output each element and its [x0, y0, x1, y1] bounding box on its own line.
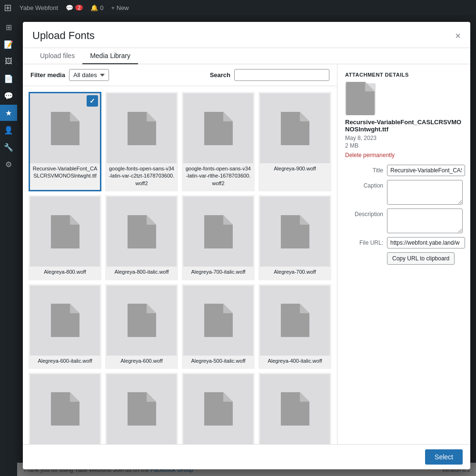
svg-marker-15: [300, 215, 309, 225]
attachment-fields: Title Caption Description File URL:: [345, 165, 463, 265]
attachment-preview: [345, 83, 376, 114]
description-label: Description: [345, 208, 383, 218]
list-item[interactable]: Alegreya-600-italic.woff: [29, 284, 101, 369]
svg-marker-40: [346, 82, 375, 115]
media-thumbnail: [260, 374, 330, 444]
svg-marker-11: [147, 215, 156, 225]
file-icon: [51, 304, 79, 337]
media-item-label: Alegreya-700-italic.woff: [189, 267, 247, 278]
list-item[interactable]: Alegreya-SemiBoldItalic.ttf: [182, 373, 255, 444]
list-item[interactable]: Alegreya-600.woff: [105, 284, 178, 369]
media-thumbnail: [107, 286, 177, 356]
svg-marker-5: [223, 112, 233, 121]
svg-marker-25: [70, 392, 79, 402]
list-item[interactable]: Alegreya-900.woff: [258, 92, 331, 191]
list-item[interactable]: Alegreya-700-italic.woff: [182, 195, 255, 280]
filter-section: Filter media All dates: [30, 69, 109, 81]
file-url-label: File URL:: [345, 237, 383, 246]
file-url-field-row: File URL:: [345, 237, 463, 248]
description-textarea[interactable]: [387, 208, 463, 233]
media-thumbnail: [183, 93, 253, 163]
list-item[interactable]: Alegreya-400-italic.woff: [258, 284, 331, 369]
file-icon: [128, 392, 156, 426]
media-item-label: Alegreya-600-italic.woff: [36, 356, 94, 367]
svg-marker-8: [51, 215, 79, 248]
new-content-button[interactable]: + New: [111, 4, 129, 11]
svg-marker-14: [281, 215, 309, 248]
list-item[interactable]: Alegreya-700.woff: [258, 195, 331, 280]
svg-marker-26: [128, 392, 156, 426]
close-button[interactable]: ×: [455, 31, 461, 40]
caption-textarea[interactable]: [387, 180, 463, 205]
list-item[interactable]: google-fonts-open-sans-v34-latin-var-rlt…: [182, 92, 255, 191]
file-icon: [281, 392, 309, 426]
tab-upload-files[interactable]: Upload files: [32, 48, 82, 64]
file-icon: [281, 215, 309, 248]
sidebar-icon-posts[interactable]: 📝: [0, 36, 17, 52]
media-thumbnail: [30, 286, 100, 356]
media-grid: ✓ Recursive-VariableFont_CASLCRSVMONOSln…: [23, 86, 337, 444]
file-icon: [51, 112, 79, 145]
list-item[interactable]: Alegreya-500-italic.woff: [182, 284, 255, 369]
list-item[interactable]: ✓ Recursive-VariableFont_CASLCRSVMONOSln…: [29, 92, 101, 191]
attachment-details-title: ATTACHMENT DETAILS: [345, 72, 463, 78]
sidebar-icon-comments[interactable]: 💬: [0, 88, 17, 104]
site-name[interactable]: Yabe Webfont: [20, 4, 58, 11]
media-thumbnail: [107, 374, 177, 444]
sidebar-icon-plugins[interactable]: ★: [0, 105, 17, 121]
svg-marker-4: [204, 112, 233, 145]
svg-marker-12: [204, 215, 233, 248]
media-thumbnail: [260, 197, 330, 267]
sidebar-icon-media[interactable]: 🖼: [0, 53, 17, 69]
title-field-row: Title: [345, 165, 463, 176]
attachment-date: May 8, 2023: [345, 135, 463, 141]
notifications-count[interactable]: 🔔 0: [90, 4, 103, 11]
delete-permanently-link[interactable]: Delete permanently: [345, 152, 395, 159]
media-item-label: google-fonts-open-sans-v34-latin-var-c2t…: [107, 163, 177, 190]
media-item-label: Alegreya-900.woff: [272, 163, 317, 175]
wp-logo-icon[interactable]: ⊞: [4, 2, 12, 13]
attachment-details-panel: ATTACHMENT DETAILS Recursive-VariableFon…: [337, 64, 470, 444]
sidebar-icon-pages[interactable]: 📄: [0, 70, 17, 87]
list-item[interactable]: Alegreya-800.woff: [29, 195, 101, 280]
sidebar-icon-users[interactable]: 👤: [0, 122, 17, 138]
list-item[interactable]: Alegreya-500.woff: [29, 373, 101, 444]
media-thumbnail: [107, 197, 177, 267]
svg-marker-1: [70, 112, 79, 121]
svg-marker-3: [147, 112, 156, 121]
attachment-filename: Recursive-VariableFont_CASLCRSVMONOSlntw…: [345, 119, 463, 133]
title-input[interactable]: [387, 165, 465, 176]
tab-media-library[interactable]: Media Library: [82, 48, 138, 64]
sidebar-icon-tools[interactable]: 🔧: [0, 139, 17, 155]
file-url-input[interactable]: [387, 237, 465, 248]
comments-count[interactable]: 💬 2: [66, 4, 83, 11]
caption-label: Caption: [345, 180, 383, 189]
sidebar-icon-settings[interactable]: ⚙: [0, 156, 17, 172]
admin-sidebar: ⊞ 📝 🖼 📄 💬 ★ 👤 🔧 ⚙: [0, 15, 17, 476]
file-icon: [51, 392, 79, 426]
selected-check-icon: ✓: [87, 95, 98, 107]
copy-url-button[interactable]: Copy URL to clipboard: [387, 252, 455, 265]
svg-marker-21: [223, 304, 233, 313]
sidebar-icon-dashboard[interactable]: ⊞: [0, 19, 17, 35]
svg-marker-23: [300, 304, 309, 313]
svg-marker-7: [300, 112, 309, 121]
list-item[interactable]: Alegreya-400.woff: [105, 373, 178, 444]
select-button[interactable]: Select: [425, 449, 463, 465]
list-item[interactable]: google-fonts-open-sans-v34-latin-var-c2t…: [105, 92, 178, 191]
search-label: Search: [210, 71, 230, 79]
svg-marker-10: [128, 215, 156, 248]
file-icon: [128, 304, 156, 337]
filter-dates-select[interactable]: All dates: [69, 69, 109, 81]
list-item[interactable]: Alegreya-SemiBold.ttf: [258, 373, 331, 444]
attachment-file-icon: [346, 82, 375, 115]
file-icon: [204, 392, 233, 426]
svg-marker-9: [70, 215, 79, 225]
svg-marker-41: [365, 82, 375, 91]
modal-header: Upload Fonts ×: [23, 22, 470, 48]
list-item[interactable]: Alegreya-800-italic.woff: [105, 195, 178, 280]
svg-marker-22: [281, 304, 309, 337]
upload-fonts-modal: Upload Fonts × Upload files Media Librar…: [17, 15, 476, 476]
svg-marker-30: [281, 392, 309, 426]
search-input[interactable]: [234, 69, 329, 81]
